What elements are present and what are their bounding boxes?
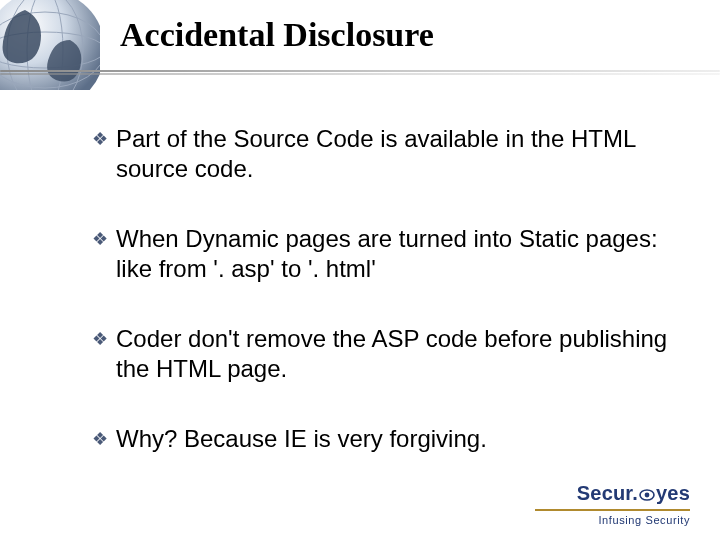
diamond-bullet-icon: ❖ xyxy=(92,328,108,351)
list-item: ❖ When Dynamic pages are turned into Sta… xyxy=(92,224,680,284)
globe-icon xyxy=(0,0,100,90)
logo-tagline: Infusing Security xyxy=(535,514,690,526)
logo-divider xyxy=(535,509,690,511)
slide: Accidental Disclosure ❖ Part of the Sour… xyxy=(0,0,720,540)
svg-point-6 xyxy=(645,493,650,498)
bullet-text: Part of the Source Code is available in … xyxy=(116,125,635,182)
list-item: ❖ Part of the Source Code is available i… xyxy=(92,124,680,184)
bullet-list: ❖ Part of the Source Code is available i… xyxy=(52,124,680,494)
globe-graphic xyxy=(0,0,100,90)
list-item: ❖ Why? Because IE is very forgiving. xyxy=(92,424,680,454)
diamond-bullet-icon: ❖ xyxy=(92,128,108,151)
slide-title: Accidental Disclosure xyxy=(120,16,434,54)
footer-logo: Secur.yes Infusing Security xyxy=(535,482,690,526)
bullet-text: Coder don't remove the ASP code before p… xyxy=(116,325,667,382)
eye-icon xyxy=(639,483,655,506)
diamond-bullet-icon: ❖ xyxy=(92,228,108,251)
list-item: ❖ Coder don't remove the ASP code before… xyxy=(92,324,680,384)
title-divider xyxy=(0,70,720,74)
bullet-text: Why? Because IE is very forgiving. xyxy=(116,425,487,452)
diamond-bullet-icon: ❖ xyxy=(92,428,108,451)
bullet-text: When Dynamic pages are turned into Stati… xyxy=(116,225,658,282)
logo-brand: Secur.yes xyxy=(535,482,690,506)
